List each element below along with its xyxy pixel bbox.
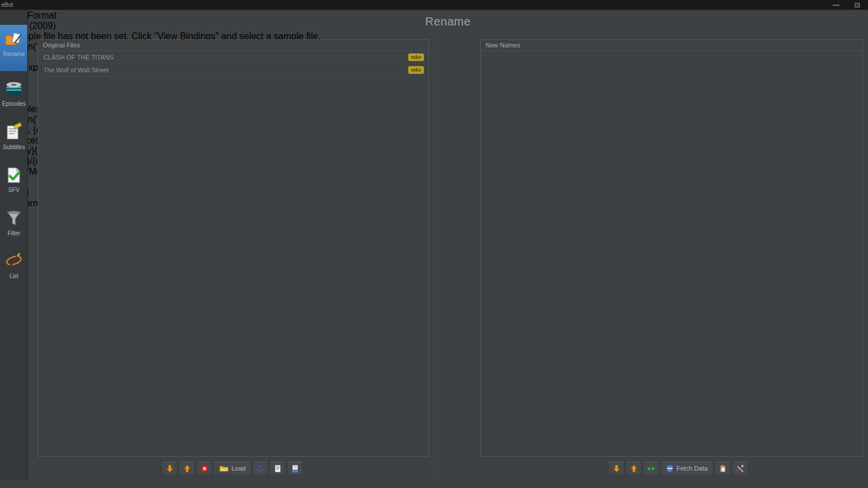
new-names-header: New Names — [481, 40, 862, 51]
remove-cross-icon — [200, 464, 209, 473]
load-button[interactable]: Load — [214, 461, 251, 475]
original-files-panel: Original Files CLASH OF THE TITANS mkv T… — [38, 39, 429, 457]
new-names-toolbar: Fetch Data — [608, 461, 748, 475]
folder-icon — [219, 464, 229, 472]
sidebar-item-list[interactable]: List — [0, 250, 28, 292]
sidebar-item-rename[interactable]: Rename — [0, 25, 28, 71]
arrow-up-icon — [183, 464, 192, 473]
arrow-up-icon — [630, 464, 638, 473]
page-title: Rename — [28, 15, 868, 28]
tools-icon — [735, 464, 744, 473]
filebot-window: eBot Rename — [0, 0, 868, 488]
sidebar-item-filter[interactable]: Filter — [0, 208, 28, 249]
panel-divider[interactable] — [437, 39, 438, 480]
script-button[interactable] — [287, 461, 303, 475]
history-button[interactable] — [270, 461, 286, 475]
file-row[interactable]: The Wolf of Wall Street mkv — [38, 64, 428, 76]
sidebar-item-label: Rename — [3, 51, 25, 57]
file-row[interactable]: CLASH OF THE TITANS mkv — [38, 51, 428, 64]
arrow-down-icon — [612, 464, 621, 473]
fetch-data-button[interactable]: Fetch Data — [660, 461, 713, 475]
sidebar-item-label: Episodes — [2, 101, 25, 107]
list-pencil-icon — [3, 250, 25, 272]
refresh-button[interactable] — [252, 461, 269, 475]
arrow-down-icon — [165, 464, 174, 473]
file-ext-badge: mkv — [408, 53, 424, 61]
load-button-label: Load — [231, 465, 245, 472]
minimize-icon[interactable] — [833, 5, 840, 6]
move-up-button[interactable] — [179, 461, 195, 475]
sidebar-item-label: Filter — [8, 230, 20, 236]
rename-folder-icon — [3, 28, 25, 50]
move-up-button[interactable] — [626, 461, 642, 475]
sidebar-item-label: List — [9, 273, 19, 279]
match-button[interactable] — [643, 461, 659, 475]
clipboard-icon — [719, 464, 727, 473]
sfv-check-icon — [3, 164, 25, 186]
fetch-data-button-label: Fetch Data — [676, 465, 708, 472]
sidebar: Rename Episodes — [0, 10, 28, 480]
filter-funnel-icon — [3, 208, 25, 230]
report-icon — [274, 464, 282, 473]
script-icon — [291, 464, 299, 473]
remove-button[interactable] — [196, 461, 212, 475]
sidebar-item-label: SFV — [8, 187, 19, 193]
window-title: eBot — [1, 2, 13, 8]
sidebar-item-episodes[interactable]: Episodes — [0, 78, 28, 120]
maximize-icon[interactable] — [855, 3, 860, 8]
subtitles-doc-icon — [3, 121, 25, 143]
new-names-panel: New Names — [480, 39, 863, 457]
window-titlebar: eBot — [0, 0, 868, 10]
swap-arrows-icon — [646, 465, 656, 472]
original-files-header: Original Files — [38, 40, 428, 51]
shield-icon — [666, 464, 674, 473]
sidebar-item-sfv[interactable]: SFV — [0, 164, 28, 206]
sidebar-item-label: Subtitles — [3, 144, 25, 150]
clipboard-button[interactable] — [715, 461, 731, 475]
move-down-button[interactable] — [161, 461, 178, 475]
move-down-button[interactable] — [608, 461, 624, 475]
file-name: The Wolf of Wall Street — [43, 66, 108, 73]
original-files-toolbar: Load — [161, 461, 303, 475]
sidebar-item-subtitles[interactable]: Subtitles — [0, 121, 28, 163]
refresh-icon — [256, 464, 265, 473]
episodes-discs-icon — [3, 78, 25, 100]
file-ext-badge: mkv — [408, 66, 424, 74]
file-name: CLASH OF THE TITANS — [43, 54, 113, 61]
settings-button[interactable] — [732, 461, 748, 475]
